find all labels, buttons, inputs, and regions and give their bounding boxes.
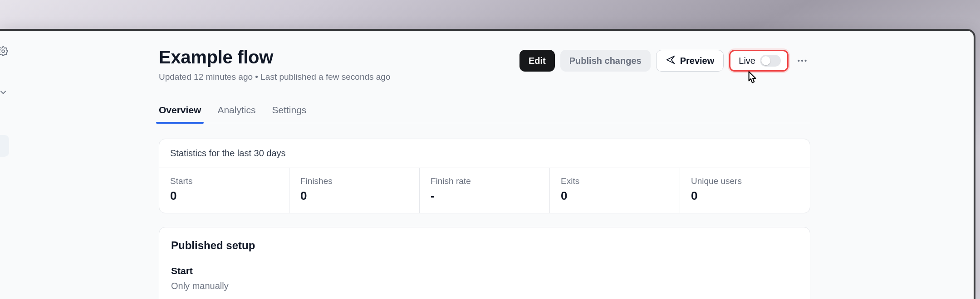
page-subtitle: Updated 12 minutes ago • Last published … [159,72,391,82]
svg-point-2 [801,60,803,62]
stat-value: - [431,189,539,203]
stat-value: 0 [691,189,799,203]
header-actions: Edit Publish changes Preview Live [519,47,810,72]
stat-label: Finish rate [431,176,539,186]
stat-unique-users: Unique users 0 [680,168,810,213]
stat-value: 0 [170,189,278,203]
stat-label: Starts [170,176,278,186]
live-toggle-chip[interactable]: Live [729,50,789,72]
stat-finishes: Finishes 0 [289,168,420,213]
setup-start-heading: Start [171,265,798,276]
app-window: Example flow Updated 12 minutes ago • La… [0,29,975,299]
title-block: Example flow Updated 12 minutes ago • La… [159,47,391,82]
setup-start-text: Only manually [171,281,798,291]
page-header: Example flow Updated 12 minutes ago • La… [159,31,810,82]
tab-analytics[interactable]: Analytics [217,105,255,123]
tab-overview[interactable]: Overview [159,105,201,123]
page-title: Example flow [159,47,391,68]
edit-button[interactable]: Edit [519,50,555,72]
svg-point-3 [804,60,806,62]
stat-starts: Starts 0 [159,168,289,213]
live-label: Live [739,56,755,66]
svg-point-1 [798,60,799,62]
published-setup-title: Published setup [171,239,798,252]
stat-value: 0 [561,189,669,203]
gear-icon[interactable] [0,45,9,57]
stat-finish-rate: Finish rate - [420,168,550,213]
live-toggle[interactable] [760,55,781,67]
chevron-down-icon[interactable] [0,88,9,98]
send-icon [666,55,676,67]
stat-value: 0 [300,189,408,203]
preview-button[interactable]: Preview [656,50,724,72]
stat-exits: Exits 0 [550,168,680,213]
stat-label: Finishes [300,176,408,186]
main-content: Example flow Updated 12 minutes ago • La… [159,31,810,299]
publish-changes-button: Publish changes [560,50,651,72]
preview-label: Preview [680,56,715,66]
cursor-pointer-icon [744,70,760,86]
statistics-title: Statistics for the last 30 days [159,139,810,168]
sidebar-active-indicator [0,135,9,157]
stat-label: Unique users [691,176,799,186]
more-menu-button[interactable] [794,53,810,69]
tabs: Overview Analytics Settings [159,105,810,123]
sidebar-fragment [0,31,13,299]
statistics-card: Statistics for the last 30 days Starts 0… [159,139,810,213]
svg-point-0 [2,50,5,53]
statistics-row: Starts 0 Finishes 0 Finish rate - Exits … [159,168,810,213]
tab-settings[interactable]: Settings [272,105,306,123]
stat-label: Exits [561,176,669,186]
published-setup-card: Published setup Start Only manually [159,227,810,299]
